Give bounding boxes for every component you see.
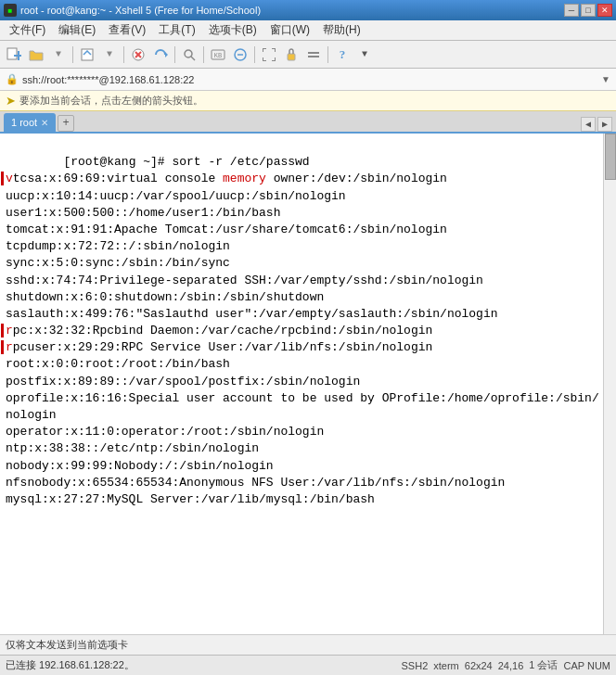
svg-rect-14 <box>288 54 295 60</box>
line-mysql: mysql:x:27:27:MySQL Server:/var/lib/mysq… <box>6 492 375 506</box>
line-postfix: postfix:x:89:89::/var/spool/postfix:/sbi… <box>6 375 360 388</box>
command-prompt: [root@kang ~]# sort -r /etc/passwd <box>63 155 309 169</box>
window-title: root - root@kang:~ - Xshell 5 (Free for … <box>20 5 261 16</box>
close-button[interactable]: ✕ <box>597 4 612 17</box>
tab-root[interactable]: 1 root ✕ <box>4 113 56 132</box>
toolbar-extra[interactable]: ▼ <box>354 45 375 65</box>
address-dropdown[interactable]: ▼ <box>601 74 610 84</box>
search-button[interactable] <box>179 45 199 65</box>
memory-highlight: memory <box>223 172 266 185</box>
bottom-right: SSH2 xterm 62x24 24,16 1 会话 CAP NUM <box>402 658 610 672</box>
line-rpc: rpc:x:32:32:Rpcbind Daemon:/var/cache/rp… <box>6 324 432 338</box>
window-controls: ─ □ ✕ <box>564 4 612 17</box>
svg-rect-16 <box>308 56 319 57</box>
new-session-button[interactable] <box>4 45 24 65</box>
line-nfsnobody: nfsnobody:x:65534:65534:Anonymous NFS Us… <box>6 476 505 490</box>
sep6 <box>327 46 328 63</box>
menu-edit[interactable]: 编辑(E) <box>53 20 101 40</box>
minimize-button[interactable]: ─ <box>564 4 579 17</box>
send-keystrokes-button[interactable]: KB <box>208 45 228 65</box>
line-nobody: nobody:x:99:99:Nobody:/:/sbin/nologin <box>6 459 274 473</box>
svg-text:KB: KB <box>214 52 222 59</box>
line-sync: sync:x:5:0:sync:/sbin:/bin/sync <box>6 256 230 270</box>
terminal-content: [root@kang ~]# sort -r /etc/passwd vtcsa… <box>6 137 601 525</box>
tab-nav-left[interactable]: ◀ <box>581 117 596 132</box>
line-ntp: ntp:x:38:38::/etc/ntp:/sbin/nologin <box>6 441 259 455</box>
sep5 <box>254 46 255 63</box>
menu-window[interactable]: 窗口(W) <box>264 20 315 40</box>
stop-button[interactable] <box>128 45 148 65</box>
sep1 <box>72 46 73 63</box>
svg-point-8 <box>185 50 192 57</box>
line-tcpdump: tcpdump:x:72:72::/:sbin/nologin <box>6 239 230 253</box>
compose-button[interactable] <box>77 45 97 65</box>
info-text: 要添加当前会话，点击左侧的箭头按钮。 <box>19 94 203 108</box>
scrollbar-track[interactable] <box>603 134 616 634</box>
sep2 <box>123 46 124 63</box>
terminal-type: xterm <box>433 660 459 671</box>
status-bar: 仅将文本发送到当前选项卡 <box>0 634 616 655</box>
toolbar-more-btn[interactable]: ▼ <box>48 45 69 65</box>
svg-rect-0 <box>7 48 17 59</box>
help-button[interactable]: ? <box>332 45 353 65</box>
rpc-marker: r <box>1 324 13 338</box>
menu-tabs[interactable]: 选项卡(B) <box>203 20 263 40</box>
terminal-area[interactable]: [root@kang ~]# sort -r /etc/passwd vtcsa… <box>0 134 616 634</box>
svg-rect-15 <box>308 52 319 54</box>
terminal-size: 62x24 <box>465 660 493 671</box>
menu-view[interactable]: 查看(V) <box>103 20 151 40</box>
address-text: ssh://root:********@192.168.61.128:22 <box>22 74 194 85</box>
tab-bar: 1 root ✕ + ◀ ▶ <box>0 111 616 134</box>
line-oprofile: oprofile:x:16:16:Special user account to… <box>6 391 599 422</box>
svg-line-9 <box>191 57 195 60</box>
toolbar: ▼ ▼ KB ? <box>0 41 616 69</box>
line-root: root:x:0:0:root:/root:/bin/bash <box>6 357 230 371</box>
options-button[interactable] <box>303 45 324 65</box>
terminal-wrapper: [root@kang ~]# sort -r /etc/passwd vtcsa… <box>0 134 616 655</box>
fullscreen-button[interactable] <box>259 45 279 65</box>
tab-close-btn[interactable]: ✕ <box>41 118 48 128</box>
open-button[interactable] <box>26 45 46 65</box>
line-saslauth: saslauth:x:499:76:"Saslauthd user":/var/… <box>6 307 498 321</box>
main-window: ■ root - root@kang:~ - Xshell 5 (Free fo… <box>0 0 616 675</box>
line-user1: user1:x:500:500::/home/user1:/bin/bash <box>6 206 280 220</box>
rpcuser-marker: r <box>1 340 13 354</box>
menu-bar: 文件(F) 编辑(E) 查看(V) 工具(T) 选项卡(B) 窗口(W) 帮助(… <box>0 20 616 41</box>
sep3 <box>174 46 175 63</box>
menu-tools[interactable]: 工具(T) <box>153 20 200 40</box>
ssh-version: SSH2 <box>402 660 429 671</box>
connection-status: 已连接 192.168.61.128:22。 <box>6 658 135 672</box>
reconnect-button[interactable] <box>150 45 171 65</box>
tab-nav: ◀ ▶ <box>581 117 612 132</box>
line-uucp: uucp:x:10:14:uucp:/var/spool/uucp:/sbin/… <box>6 189 346 203</box>
address-bar: 🔒 ssh://root:********@192.168.61.128:22 … <box>0 69 616 91</box>
title-bar-left: ■ root - root@kang:~ - Xshell 5 (Free fo… <box>4 4 261 17</box>
line-tomcat: tomcat:x:91:91:Apache Tomcat:/usr/share/… <box>6 223 447 236</box>
maximize-button[interactable]: □ <box>581 4 596 17</box>
menu-help[interactable]: 帮助(H) <box>317 20 366 40</box>
cursor-position: 24,16 <box>498 660 524 671</box>
tab-label: 1 root <box>11 117 37 128</box>
info-bar: ➤ 要添加当前会话，点击左侧的箭头按钮。 <box>0 91 616 111</box>
lock-icon: 🔒 <box>6 73 19 85</box>
session-count: 1 会话 <box>529 658 558 672</box>
status-hint: 仅将文本发送到当前选项卡 <box>6 638 128 652</box>
sep4 <box>203 46 204 63</box>
line-sshd: sshd:x:74:74:Privilege-separated SSH:/va… <box>6 274 483 287</box>
lock-button[interactable] <box>281 45 302 65</box>
menu-file[interactable]: 文件(F) <box>4 20 51 40</box>
keyboard-status: CAP NUM <box>563 660 610 671</box>
tab-nav-right[interactable]: ▶ <box>597 117 612 132</box>
tab-add-btn[interactable]: + <box>58 115 74 132</box>
vt-marker: v <box>1 172 13 185</box>
line-operator: operator:x:11:0:operator:/root:/sbin/nol… <box>6 425 324 439</box>
bottom-bar: 已连接 192.168.61.128:22。 SSH2 xterm 62x24 … <box>0 655 616 675</box>
title-bar: ■ root - root@kang:~ - Xshell 5 (Free fo… <box>0 0 616 20</box>
line-rpcuser: rpcuser:x:29:29:RPC Service User:/var/li… <box>6 340 432 354</box>
line-shutdown: shutdown:x:6:0:shutdown:/sbin:/sbin/shut… <box>6 290 324 304</box>
toolbar-btn2[interactable]: ▼ <box>99 45 120 65</box>
app-icon: ■ <box>4 4 17 17</box>
transfer-button[interactable] <box>230 45 250 65</box>
info-icon: ➤ <box>6 94 16 108</box>
scrollbar-thumb[interactable] <box>605 134 616 180</box>
